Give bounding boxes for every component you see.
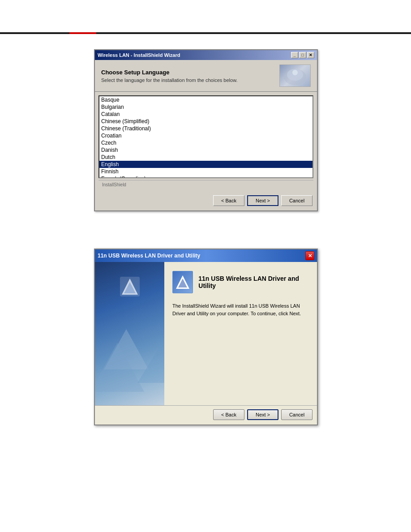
language-item[interactable]: Chinese (Simplified) bbox=[99, 118, 313, 125]
top-bar-red bbox=[69, 32, 96, 34]
cancel-button[interactable]: Cancel bbox=[281, 195, 313, 206]
titlebar-buttons: _ □ ✕ bbox=[291, 52, 314, 58]
top-bar bbox=[0, 32, 411, 34]
dialog2-wireless-lan: 11n USB Wireless LAN Driver and Utility … bbox=[94, 249, 318, 425]
dialog2-titlebar: 11n USB Wireless LAN Driver and Utility … bbox=[95, 249, 317, 262]
dialog2-content: 11n USB Wireless LAN Driver and Utility … bbox=[95, 262, 317, 405]
sidebar-triangle2 bbox=[95, 343, 144, 392]
dialog1-header-text: Choose Setup Language Select the languag… bbox=[101, 69, 279, 83]
svg-point-2 bbox=[292, 70, 298, 75]
product-title: 11n USB Wireless LAN Driver and Utility bbox=[198, 275, 309, 289]
close-button[interactable]: ✕ bbox=[307, 52, 314, 58]
dialog2-back-button[interactable]: < Back bbox=[213, 409, 244, 420]
back-button[interactable]: < Back bbox=[213, 195, 244, 206]
dialog2-close-button[interactable]: ✕ bbox=[305, 251, 314, 260]
dialog1-header-icon bbox=[279, 64, 311, 87]
language-item[interactable]: Croatian bbox=[99, 132, 313, 139]
dialog2-product-header: 11n USB Wireless LAN Driver and Utility bbox=[172, 271, 309, 293]
language-listbox[interactable]: BasqueBulgarianCatalanChinese (Simplifie… bbox=[98, 95, 313, 178]
language-item[interactable]: Catalan bbox=[99, 111, 313, 118]
dialog1-titlebar: Wireless LAN - InstallShield Wizard _ □ … bbox=[95, 50, 317, 60]
language-item[interactable]: English bbox=[99, 161, 313, 168]
language-item[interactable]: Finnish bbox=[99, 168, 313, 175]
sidebar-logo bbox=[116, 273, 143, 300]
dialog2-footer: < Back Next > Cancel bbox=[95, 405, 317, 425]
dialog2-title: 11n USB Wireless LAN Driver and Utility bbox=[98, 253, 200, 259]
dialog1-header: Choose Setup Language Select the languag… bbox=[95, 60, 317, 92]
language-item[interactable]: Dutch bbox=[99, 154, 313, 161]
dialog1-installshield: Wireless LAN - InstallShield Wizard _ □ … bbox=[94, 49, 318, 211]
dialog1-body: BasqueBulgarianCatalanChinese (Simplifie… bbox=[95, 92, 317, 193]
dialog2-main: 11n USB Wireless LAN Driver and Utility … bbox=[164, 262, 317, 405]
dialog2-description: The InstallShield Wizard will install 11… bbox=[172, 302, 309, 317]
dialog2-next-button[interactable]: Next > bbox=[247, 409, 278, 420]
language-item[interactable]: Chinese (Traditional) bbox=[99, 125, 313, 132]
dialog1-header-subtitle: Select the language for the installation… bbox=[101, 77, 279, 83]
language-item[interactable]: French (Canadian) bbox=[99, 175, 313, 178]
language-item[interactable]: Danish bbox=[99, 146, 313, 154]
minimize-button[interactable]: _ bbox=[291, 52, 298, 58]
dialog2-cancel-button[interactable]: Cancel bbox=[281, 409, 313, 420]
language-item[interactable]: Bulgarian bbox=[99, 103, 313, 111]
product-icon bbox=[172, 271, 193, 293]
language-item[interactable]: Czech bbox=[99, 139, 313, 146]
dialog1-title: Wireless LAN - InstallShield Wizard bbox=[98, 52, 180, 58]
dialog2-sidebar bbox=[95, 262, 164, 405]
dialog1-header-title: Choose Setup Language bbox=[101, 69, 279, 76]
installshield-label: InstallShield bbox=[98, 180, 313, 189]
sidebar-triangle3 bbox=[137, 325, 164, 383]
maximize-button[interactable]: □ bbox=[299, 52, 306, 58]
next-button[interactable]: Next > bbox=[247, 195, 278, 206]
language-item[interactable]: Basque bbox=[99, 96, 313, 103]
dialog1-footer: < Back Next > Cancel bbox=[95, 193, 317, 210]
